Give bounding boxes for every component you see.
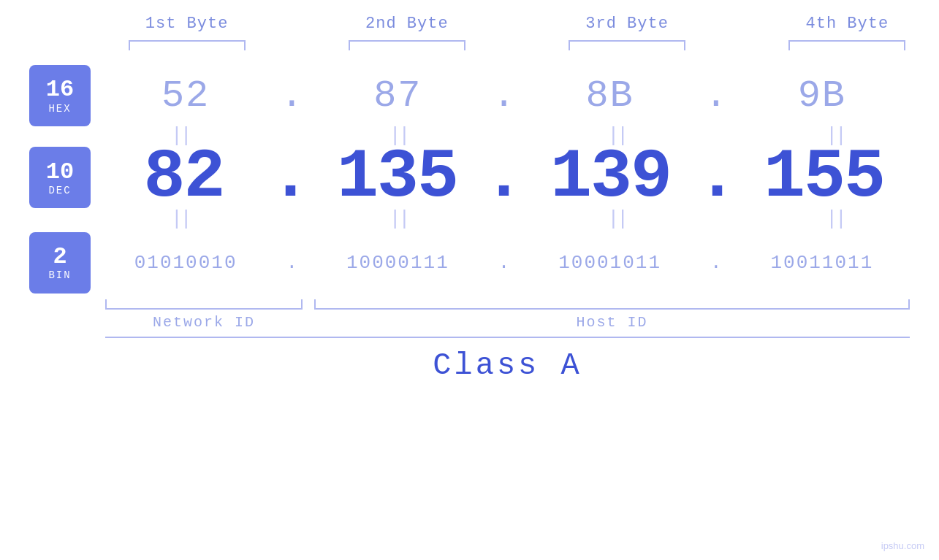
hex-dot-1: . — [273, 74, 310, 118]
eq2-sign-3: || — [607, 211, 626, 227]
byte-headers: 1st Byte 2nd Byte 3rd Byte 4th Byte — [77, 15, 939, 33]
hex-value-3: 8B — [585, 74, 634, 118]
bottom-brackets-container — [29, 299, 910, 310]
bin-base-number: 2 — [53, 244, 66, 269]
bin-dot-1: . — [273, 252, 310, 274]
eq2-cell-3: || — [508, 210, 726, 229]
bracket-bottom-network — [105, 299, 303, 310]
dec-cell-2: 135 — [311, 138, 483, 217]
bin-base-label: BIN — [48, 269, 71, 281]
hex-dot-2: . — [486, 74, 522, 118]
hex-values: 52 . 87 . 8B . 9B — [98, 74, 910, 118]
bin-cell-2: 10000111 — [310, 252, 485, 274]
dec-value-2: 135 — [337, 138, 457, 217]
byte1-header: 1st Byte — [77, 15, 297, 33]
hex-base-label: HEX — [48, 103, 71, 115]
bracket-top-3 — [569, 40, 685, 50]
bin-dot-3: . — [698, 252, 734, 274]
network-id-label: Network ID — [105, 314, 303, 331]
bracket-top-2 — [349, 40, 465, 50]
dec-dot-1: . — [270, 138, 311, 217]
dec-value-4: 155 — [764, 138, 884, 217]
id-labels-row: Network ID Host ID — [29, 314, 910, 331]
bin-cell-3: 10001011 — [522, 252, 698, 274]
main-container: 1st Byte 2nd Byte 3rd Byte 4th Byte 16 H… — [0, 0, 939, 560]
bin-cell-1: 01010010 — [98, 252, 273, 274]
dec-base-number: 10 — [46, 159, 74, 185]
hex-dot-icon-2: . — [493, 74, 515, 118]
dec-base-label: DEC — [48, 185, 71, 196]
bin-cell-4: 10011011 — [734, 252, 910, 274]
eq2-cell-1: || — [71, 210, 289, 229]
dec-cell-1: 82 — [98, 138, 270, 217]
dec-cell-4: 155 — [738, 138, 910, 217]
byte4-header: 4th Byte — [737, 15, 939, 33]
bin-dot-icon-1: . — [286, 252, 297, 274]
bin-value-4: 10011011 — [770, 252, 873, 274]
bracket-cell-2 — [297, 40, 517, 50]
eq2-cell-4: || — [726, 210, 939, 229]
class-value: Class A — [433, 348, 582, 383]
bin-dot-icon-2: . — [498, 252, 510, 274]
dec-cell-3: 139 — [525, 138, 696, 217]
bin-dot-icon-3: . — [710, 252, 722, 274]
dec-values: 82 . 135 . 139 . 155 — [98, 138, 910, 217]
dec-dot-3: . — [696, 138, 738, 217]
hex-dot-3: . — [698, 74, 734, 118]
bin-badge: 2 BIN — [29, 232, 91, 294]
dec-dot-icon-2: . — [483, 138, 525, 217]
watermark: ipshu.com — [881, 540, 924, 551]
hex-dot-icon-1: . — [281, 74, 303, 118]
hex-value-4: 9B — [798, 74, 846, 118]
bracket-cell-1 — [77, 40, 297, 50]
bracket-top-4 — [788, 40, 905, 50]
hex-row: 16 HEX 52 . 87 . 8B . 9B — [29, 65, 910, 126]
hex-cell-2: 87 — [310, 74, 485, 118]
bin-value-2: 10000111 — [346, 252, 449, 274]
bin-value-3: 10001011 — [558, 252, 661, 274]
eq2-cell-2: || — [289, 210, 508, 229]
top-brackets-row — [77, 40, 939, 50]
hex-value-1: 52 — [161, 74, 210, 118]
byte3-header: 3rd Byte — [517, 15, 737, 33]
dec-dot-icon-3: . — [696, 138, 738, 217]
class-row: Class A — [105, 337, 910, 383]
host-id-label: Host ID — [314, 314, 910, 331]
bin-row: 2 BIN 01010010 . 10000111 . 10001011 . — [29, 232, 910, 294]
eq2-sign-4: || — [826, 211, 845, 227]
dec-value-3: 139 — [550, 138, 671, 217]
bracket-top-1 — [129, 40, 246, 50]
hex-base-number: 16 — [46, 77, 74, 102]
bracket-cell-4 — [737, 40, 939, 50]
byte2-header: 2nd Byte — [297, 15, 517, 33]
hex-value-2: 87 — [373, 74, 422, 118]
dec-badge: 10 DEC — [29, 147, 91, 208]
hex-cell-4: 9B — [734, 74, 910, 118]
bin-values: 01010010 . 10000111 . 10001011 . 1001101… — [98, 252, 910, 274]
eq2-sign-1: || — [171, 211, 190, 227]
dec-row: 10 DEC 82 . 135 . 139 . 155 — [29, 138, 910, 217]
hex-cell-3: 8B — [522, 74, 698, 118]
hex-cell-1: 52 — [98, 74, 273, 118]
dec-dot-icon-1: . — [270, 138, 311, 217]
bin-value-1: 01010010 — [134, 252, 237, 274]
bracket-cell-3 — [517, 40, 737, 50]
hex-dot-icon-3: . — [704, 74, 727, 118]
eq2-sign-2: || — [389, 211, 408, 227]
equals-row-2: || || || || — [64, 210, 939, 229]
dec-dot-2: . — [483, 138, 525, 217]
bracket-bottom-host — [314, 299, 910, 310]
dec-value-1: 82 — [143, 138, 224, 217]
bin-dot-2: . — [486, 252, 522, 274]
hex-badge: 16 HEX — [29, 65, 91, 126]
